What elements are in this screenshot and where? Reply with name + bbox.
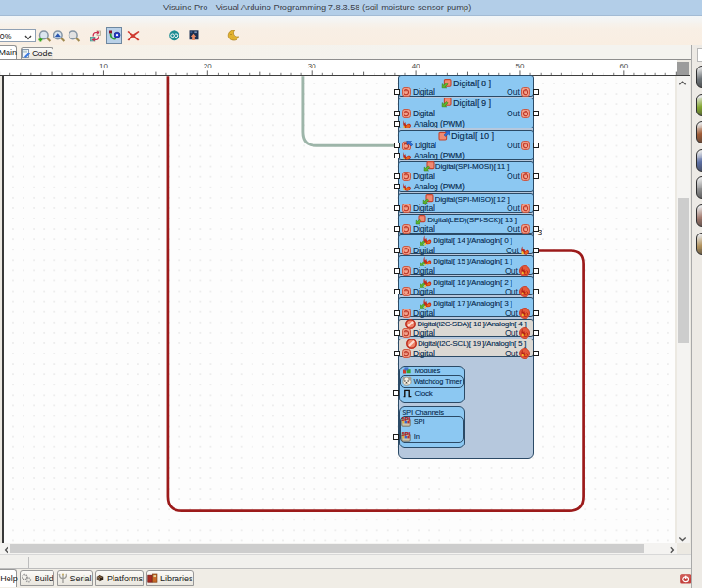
svg-text:SPI: SPI xyxy=(401,416,410,422)
svg-text:40: 40 xyxy=(412,61,420,69)
svg-text:30: 30 xyxy=(308,61,316,69)
svg-text:50: 50 xyxy=(516,61,525,69)
svg-text:10: 10 xyxy=(99,61,108,69)
svg-text:SPI: SPI xyxy=(401,431,410,437)
svg-text:20: 20 xyxy=(204,61,212,69)
svg-text:60: 60 xyxy=(619,61,628,69)
